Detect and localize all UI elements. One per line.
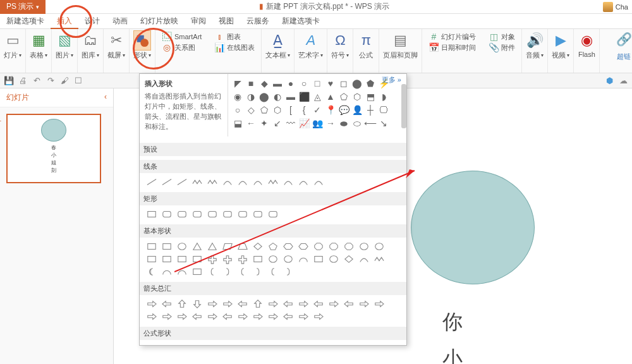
recent-shape-0[interactable]: ◤ — [232, 78, 243, 89]
shape-row-rects-4[interactable] — [205, 208, 219, 221]
shape-row-lines-6[interactable] — [236, 176, 250, 188]
shape-row-arrows2-5[interactable] — [221, 310, 234, 323]
qat-cloud-icon[interactable]: ☁ — [618, 76, 628, 86]
shape-row-basic1-12[interactable] — [327, 240, 341, 253]
shape-row-basic1-5[interactable] — [221, 240, 234, 253]
slidenum-button[interactable]: #幻灯片编号 — [428, 32, 476, 42]
recent-shape-15[interactable]: ◐ — [272, 91, 283, 102]
recent-shape-33[interactable]: 👤 — [351, 104, 363, 116]
recent-shape-29[interactable]: { — [298, 104, 310, 116]
recent-shape-12[interactable]: ◉ — [232, 91, 243, 102]
group-equation[interactable]: π公式 — [353, 29, 379, 73]
shape-row-basic1-2[interactable] — [175, 240, 189, 253]
tab-newtabopt[interactable]: 新建选项卡 — [0, 13, 51, 29]
qat-selectall-icon[interactable]: ☐ — [73, 76, 83, 86]
shape-row-arrows1-10[interactable] — [296, 298, 310, 310]
qat-redo-icon[interactable]: ↷ — [46, 76, 56, 86]
shape-row-arrows1-4[interactable] — [205, 298, 219, 310]
attachment-button[interactable]: 📎附件 — [489, 42, 515, 52]
qat-3d-icon[interactable]: ⬢ — [604, 76, 614, 86]
slide-thumbnail-1[interactable]: 春 小 姐 刻 — [6, 114, 101, 183]
canvas-circle-shape[interactable] — [411, 171, 535, 284]
recent-shape-9[interactable]: ⬤ — [351, 78, 363, 89]
shape-row-arrows2-11[interactable] — [312, 310, 325, 323]
shape-row-arrows2-1[interactable] — [160, 310, 174, 323]
shape-row-arrows1-14[interactable] — [357, 298, 371, 310]
group-headerfooter[interactable]: ▤页眉和页脚 — [379, 29, 422, 73]
recent-shape-34[interactable]: ┼ — [365, 104, 376, 116]
shape-row-lines-8[interactable] — [266, 176, 280, 188]
group-hyperlink[interactable]: 🔗超链 — [616, 29, 632, 64]
recent-shape-24[interactable]: ○ — [232, 104, 243, 116]
recent-shape-18[interactable]: ◬ — [312, 91, 323, 102]
shape-row-lines-9[interactable] — [281, 176, 295, 188]
tab-design[interactable]: 设计 — [78, 13, 106, 29]
shape-row-basic2-14[interactable] — [357, 253, 371, 265]
recent-shape-6[interactable]: □ — [312, 78, 323, 89]
shape-row-arrows1-15[interactable] — [372, 298, 386, 310]
shape-row-basic2-9[interactable] — [281, 253, 295, 265]
shape-row-arrows1-3[interactable] — [190, 298, 204, 310]
group-video[interactable]: ▶视频▾ — [548, 29, 574, 73]
shape-row-arrows2-3[interactable] — [190, 310, 204, 323]
shape-row-arrows2-6[interactable] — [236, 310, 250, 323]
recent-shape-23[interactable]: ◗ — [378, 91, 389, 102]
recent-shape-7[interactable]: ♥ — [325, 78, 336, 89]
shape-row-arrows1-7[interactable] — [251, 298, 265, 310]
shape-row-arrows2-7[interactable] — [251, 310, 265, 323]
group-table[interactable]: ▦表格▾ — [26, 29, 52, 73]
shape-row-basic2-15[interactable] — [372, 253, 386, 265]
group-pic[interactable]: ▧图片▾ — [52, 29, 78, 73]
recent-shape-38[interactable]: ✦ — [258, 118, 270, 129]
recent-shape-14[interactable]: ⬤ — [258, 91, 270, 102]
qat-save-icon[interactable]: 💾 — [4, 76, 14, 86]
group-textbox[interactable]: A̲文本框▾ — [262, 29, 295, 73]
shape-row-basic2-6[interactable] — [236, 253, 250, 265]
shape-row-basic1-0[interactable] — [145, 240, 159, 253]
datetime-button[interactable]: 📅日期和时间 — [428, 42, 476, 52]
shape-row-arrows2-2[interactable] — [175, 310, 189, 323]
shape-row-lines-0[interactable] — [145, 176, 159, 188]
recent-shape-22[interactable]: ⬒ — [365, 91, 376, 102]
shape-row-arrows1-8[interactable] — [266, 298, 280, 310]
shape-row-basic1-1[interactable] — [160, 240, 174, 253]
shape-row-arrows1-5[interactable] — [221, 298, 234, 310]
recent-shape-20[interactable]: ⬠ — [338, 91, 349, 102]
qat-formatbrush-icon[interactable]: 🖌 — [59, 76, 70, 86]
shape-row-arrows1-13[interactable] — [342, 298, 356, 310]
shape-row-arrows2-8[interactable] — [266, 310, 280, 323]
shape-row-rects-6[interactable] — [236, 208, 250, 221]
tab-newtabopt2[interactable]: 新建选项卡 — [276, 13, 326, 29]
shape-row-basic2-0[interactable] — [145, 253, 159, 265]
recent-shape-31[interactable]: 📍 — [325, 104, 336, 116]
recent-shape-42[interactable]: 👥 — [312, 118, 323, 129]
shape-row-basic3-1[interactable] — [160, 265, 174, 278]
shape-row-rects-3[interactable] — [190, 208, 204, 221]
shape-row-arrows1-6[interactable] — [236, 298, 250, 310]
shape-row-basic3-3[interactable] — [190, 265, 204, 278]
recent-shape-37[interactable]: ← — [245, 118, 257, 129]
shape-row-lines-2[interactable] — [175, 176, 189, 188]
more-shapes-link[interactable]: 更多 » — [382, 75, 401, 85]
shape-row-basic2-7[interactable] — [251, 253, 265, 265]
shape-row-basic3-2[interactable] — [175, 265, 189, 278]
group-symbol[interactable]: Ω符号▾ — [327, 29, 353, 73]
group-flash[interactable]: ◉Flash — [574, 29, 600, 73]
recent-shape-43[interactable]: → — [325, 118, 336, 129]
recent-shape-10[interactable]: ⬟ — [365, 78, 376, 89]
group-shapes[interactable]: 形状▾ — [130, 29, 155, 73]
recent-shape-1[interactable]: ■ — [245, 78, 257, 89]
shape-row-basic3-9[interactable] — [281, 265, 295, 278]
scrollbar-thumb[interactable] — [401, 84, 406, 128]
shape-row-rects-0[interactable] — [145, 208, 159, 221]
shape-row-basic2-1[interactable] — [160, 253, 174, 265]
shape-row-basic1-8[interactable] — [266, 240, 280, 253]
recent-shape-8[interactable]: ◻ — [338, 78, 349, 89]
shape-row-arrows1-9[interactable] — [281, 298, 295, 310]
shape-row-lines-4[interactable] — [205, 176, 219, 188]
shape-row-rects-7[interactable] — [251, 208, 265, 221]
qat-undo-icon[interactable]: ↶ — [32, 76, 42, 86]
canvas-vertical-text[interactable]: 你 小 姐 — [442, 303, 463, 364]
group-screenshot[interactable]: ✂截屏▾ — [104, 29, 130, 73]
tab-cloud[interactable]: 云服务 — [240, 13, 276, 29]
